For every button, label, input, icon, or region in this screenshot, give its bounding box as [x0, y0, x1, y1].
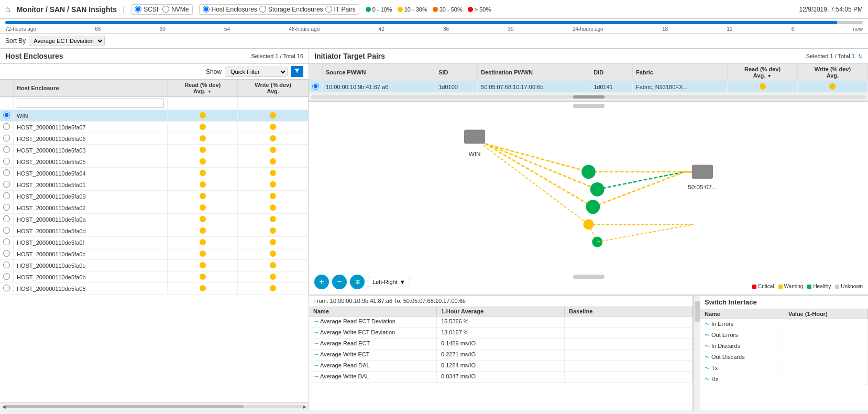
row-radio-cell[interactable] [0, 168, 14, 179]
tab-host-enclosures[interactable]: Host Enclosures [203, 6, 257, 13]
row-radio-cell[interactable] [0, 110, 14, 122]
row-radio-cell[interactable] [0, 271, 14, 283]
itp-sid: 1d0100 [435, 81, 478, 93]
switch-row-value [784, 341, 868, 352]
legend-10-30: 10 - 30% [398, 6, 427, 13]
row-host-name: HOST_200000110de5fa0e [14, 260, 168, 271]
row-write-dot [238, 237, 309, 248]
scroll-right-arrow[interactable]: ▶ [303, 404, 306, 409]
table-row[interactable]: HOST_200000110de5fa01 [0, 179, 309, 191]
row-radio-cell[interactable] [0, 202, 14, 214]
table-row[interactable]: WIN [0, 110, 309, 122]
row-radio-cell[interactable] [0, 191, 14, 202]
table-row[interactable]: HOST_200000110de5fa08 [0, 283, 309, 295]
itp-radio-cell[interactable] [309, 81, 323, 93]
list-item: 〜 Average Write ECT 0.2271 ms/IO [309, 350, 693, 361]
row-radio-cell[interactable] [0, 248, 14, 260]
table-row[interactable]: 10:00:00:10:9b:41:87:a6 1d0100 50:05:07:… [309, 81, 868, 93]
th-write-group: Write (% dev) Avg. [238, 80, 309, 97]
target-node [692, 165, 713, 179]
home-icon[interactable]: ⌂ [5, 5, 10, 14]
row-radio-cell[interactable] [0, 122, 14, 133]
switch-metric-icon: 〜 [705, 354, 710, 360]
conn-line-5 [597, 172, 685, 189]
nvme-radio[interactable]: NVMe [162, 6, 189, 13]
table-row[interactable]: HOST_200000110de5fa05 [0, 156, 309, 168]
topo-vert-scroll-bottom[interactable] [573, 275, 605, 279]
itp-th-source[interactable]: Source PWWN [323, 64, 435, 81]
row-read-dot [168, 168, 238, 179]
row-radio-cell[interactable] [0, 260, 14, 271]
filter-button[interactable] [291, 66, 303, 77]
row-radio-cell[interactable] [0, 283, 14, 295]
itp-horiz-scrollbar[interactable] [309, 93, 868, 101]
quick-filter-select[interactable]: Quick Filter [225, 67, 288, 77]
td-empty3 [238, 97, 309, 110]
timeline-progress[interactable] [5, 21, 863, 24]
itp-th-dest[interactable]: Destination PWWN [478, 64, 590, 81]
sort-select[interactable]: Average ECT Deviation [29, 36, 105, 46]
legend-dot-green [366, 7, 371, 12]
metric-baseline [565, 317, 693, 327]
read-dot [200, 250, 206, 257]
table-row[interactable]: HOST_200000110de5fa0e [0, 260, 309, 271]
switch-header: Name Value (1-Hour) [700, 309, 868, 319]
legend-0-10: 0 - 10% [366, 6, 392, 13]
write-dot [270, 170, 276, 176]
itp-th-did[interactable]: DID [590, 64, 633, 81]
row-radio-cell[interactable] [0, 145, 14, 156]
read-dot [200, 285, 206, 291]
th-host-enclosure[interactable]: Host Enclosure [14, 80, 168, 97]
scsi-radio[interactable]: SCSI [135, 6, 158, 13]
table-row[interactable]: HOST_200000110de5fa0c [0, 248, 309, 260]
topo-fit-btn[interactable]: ⊞ [350, 275, 365, 289]
metric-avg: 0.1459 ms/IO [437, 339, 565, 349]
topo-controls: + − ⊞ Left-Right ▼ [314, 275, 410, 289]
table-row[interactable]: HOST_200000110de5fa03 [0, 145, 309, 156]
tl-60: 60 [160, 26, 166, 32]
metric-baseline [565, 339, 693, 349]
row-radio-cell[interactable] [0, 214, 14, 225]
table-row[interactable]: HOST_200000110de5fa04 [0, 168, 309, 179]
table-row[interactable]: HOST_200000110de5fa0f [0, 237, 309, 248]
topo-zoom-in[interactable]: + [314, 275, 329, 289]
table-row[interactable]: HOST_200000110de5fa07 [0, 122, 309, 133]
row-read-dot [168, 179, 238, 191]
table-row[interactable]: HOST_200000110de5fa0b [0, 271, 309, 283]
write-dot [270, 181, 276, 188]
switch-panel: Switch Interface Name Value (1-Hour) 〜 I… [700, 296, 868, 410]
row-radio-cell[interactable] [0, 156, 14, 168]
table-row[interactable]: HOST_200000110de5fa09 [0, 191, 309, 202]
itp-th-sid[interactable]: SID [435, 64, 478, 81]
tab-it-pairs[interactable]: IT Pairs [325, 6, 356, 13]
write-dot [270, 204, 276, 211]
view-tabs: Host Enclosures Storage Enclosures IT Pa… [199, 4, 359, 15]
metric-icon: 〜 [313, 330, 318, 335]
tl-6: 6 [792, 26, 795, 32]
timeline-bar: 72-hours ago 66 60 54 48-hours ago 42 36… [0, 19, 868, 34]
topo-layout-button[interactable]: Left-Right ▼ [368, 277, 410, 287]
row-radio-cell[interactable] [0, 133, 14, 145]
row-host-name: HOST_200000110de5fa05 [14, 156, 168, 168]
scroll-left-arrow[interactable]: ◀ [2, 404, 6, 409]
host-search-input[interactable] [17, 99, 164, 108]
row-radio-cell[interactable] [0, 237, 14, 248]
itp-th-fabric[interactable]: Fabric [633, 64, 728, 81]
tab-storage-enclosures[interactable]: Storage Enclosures [259, 6, 323, 13]
list-item: 〜 Out Errors [700, 330, 868, 341]
row-radio-cell[interactable] [0, 225, 14, 237]
table-row[interactable]: HOST_200000110de5fa0a [0, 214, 309, 225]
read-sort-arrow[interactable]: ▼ [207, 89, 212, 94]
left-horiz-scrollbar[interactable]: ◀ ▶ [0, 402, 309, 410]
metrics-col-name: Name [309, 307, 437, 316]
topo-zoom-out[interactable]: − [332, 275, 347, 289]
table-row[interactable]: HOST_200000110de5fa0d [0, 225, 309, 237]
th-read-group: Read (% dev) Avg. ▼ [168, 80, 238, 97]
conn-line-1 [485, 144, 588, 172]
table-row[interactable]: HOST_200000110de5fa06 [0, 133, 309, 145]
itp-sort-arrow[interactable]: ▼ [767, 73, 772, 79]
row-radio-cell[interactable] [0, 179, 14, 191]
refresh-icon[interactable]: ↻ [858, 53, 863, 60]
metrics-vert-scrollbar[interactable] [693, 296, 700, 410]
table-row[interactable]: HOST_200000110de5fa02 [0, 202, 309, 214]
